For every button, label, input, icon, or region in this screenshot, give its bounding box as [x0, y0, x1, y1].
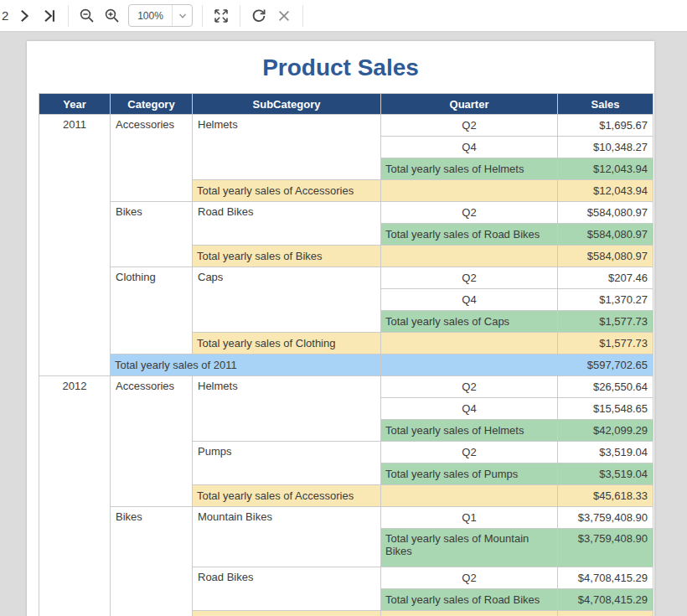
sales-cell: $4,708,415.29: [558, 567, 653, 589]
category-cell: Accessories: [111, 115, 193, 202]
quarter-cell: Q2: [381, 567, 558, 589]
year-total-label-cell: Total yearly sales of 2011: [111, 355, 381, 376]
subcategory-cell: Helmets: [193, 115, 381, 180]
sales-cell: $12,043.94: [558, 180, 653, 202]
fit-to-page-icon: [213, 8, 230, 24]
next-page-icon: [17, 8, 32, 23]
product-sales-table: Year Category SubCategory Quarter Sales …: [39, 93, 653, 616]
category-cell: Bikes: [111, 507, 193, 616]
toolbar-separator: [240, 5, 240, 27]
subtotal-label-cell: Total yearly sales of Pumps: [381, 463, 558, 485]
col-header-quarter: Quarter: [381, 94, 558, 115]
quarter-cell: Q2: [381, 202, 558, 224]
table-row: Bikes Mountain Bikes Q1 $3,759,408.90: [39, 507, 653, 529]
category-cell: Accessories: [111, 376, 193, 507]
subcategory-cell: Helmets: [193, 376, 381, 442]
col-header-subcategory: SubCategory: [193, 94, 381, 115]
quarter-cell: Q2: [381, 115, 558, 137]
toolbar-separator: [302, 5, 303, 27]
subcategory-cell: Caps: [193, 267, 381, 333]
sales-cell: $1,370.27: [558, 289, 653, 311]
zoom-out-button[interactable]: [75, 3, 100, 28]
table-row: 2011 Accessories Helmets Q2 $1,695.67: [39, 115, 653, 137]
sales-cell: $597,702.65: [558, 355, 653, 376]
zoom-level-select[interactable]: 100%: [128, 4, 193, 27]
page-number-input[interactable]: 2: [2, 8, 12, 23]
sales-cell: [558, 611, 653, 616]
quarter-cell: Q4: [381, 289, 558, 311]
category-cell: Clothing: [111, 267, 193, 355]
table-header-row: Year Category SubCategory Quarter Sales: [39, 94, 653, 115]
sales-cell: $3,519.04: [558, 442, 653, 463]
year-cell: 2011: [39, 115, 111, 376]
report-viewer-toolbar: 2 100%: [0, 0, 687, 32]
sales-cell: $1,577.73: [558, 311, 653, 333]
sales-cell: $3,519.04: [558, 463, 653, 485]
sales-cell: $12,043.94: [558, 158, 653, 180]
quarter-cell: [381, 246, 558, 267]
zoom-in-button[interactable]: [100, 3, 125, 28]
quarter-cell: [381, 485, 558, 507]
sales-cell: $42,099.29: [558, 420, 653, 442]
sales-cell: $584,080.97: [558, 202, 653, 224]
next-page-button[interactable]: [12, 3, 37, 28]
subtotal-label-cell: Total yearly sales of Accessories: [193, 485, 381, 507]
sales-cell: $1,695.67: [558, 115, 653, 137]
quarter-cell: Q2: [381, 442, 558, 463]
subtotal-label-cell: Total yearly sales of Bikes: [193, 246, 381, 267]
quarter-cell: [381, 355, 558, 376]
year-cell: 2012: [39, 376, 111, 616]
quarter-cell: Q2: [381, 267, 558, 289]
quarter-cell: [381, 333, 558, 355]
subtotal-label-cell: Total yearly sales of Accessories: [193, 180, 381, 202]
zoom-select-arrow[interactable]: [172, 5, 192, 26]
subtotal-label-cell: Total yearly sales of Caps: [381, 311, 558, 333]
toolbar-separator: [68, 5, 69, 27]
zoom-out-icon: [79, 8, 96, 24]
col-header-year: Year: [39, 94, 111, 115]
toolbar-separator: [202, 5, 203, 27]
subcategory-cell: Road Bikes: [193, 202, 381, 246]
sales-cell: $1,577.73: [558, 333, 653, 355]
col-header-sales: Sales: [558, 94, 653, 115]
subtotal-label-cell: Total yearly sales of Road Bikes: [381, 224, 558, 246]
subcategory-cell: Pumps: [193, 442, 381, 485]
quarter-cell: Q1: [381, 507, 558, 529]
year-total-row: Total yearly sales of 2011 $597,702.65: [39, 355, 653, 376]
report-page: Product Sales Year Category SubCategory …: [27, 41, 654, 616]
quarter-cell: Q4: [381, 398, 558, 420]
refresh-button[interactable]: [246, 3, 271, 28]
subtotal-label-cell: Total yearly sales of Clothing: [193, 333, 381, 355]
chevron-down-icon: [177, 10, 189, 22]
sales-cell: $3,759,408.90: [558, 529, 653, 567]
sales-cell: $584,080.97: [558, 246, 653, 267]
subcategory-cell: Road Bikes: [193, 567, 381, 611]
refresh-icon: [251, 8, 267, 24]
sales-cell: $3,759,408.90: [558, 507, 653, 529]
sales-cell: $15,548.65: [558, 398, 653, 420]
zoom-level-value: 100%: [129, 10, 172, 22]
fit-to-page-button[interactable]: [209, 3, 234, 28]
subtotal-label-cell: Total yearly sales of Helmets: [381, 158, 558, 180]
subcategory-cell: Mountain Bikes: [193, 507, 381, 567]
subtotal-label-cell: [193, 611, 381, 616]
sales-cell: $10,348.27: [558, 137, 653, 158]
sales-cell: $207.46: [558, 267, 653, 289]
quarter-cell: Q2: [381, 376, 558, 398]
sales-cell: $45,618.33: [558, 485, 653, 507]
quarter-cell: Q4: [381, 137, 558, 158]
table-row: Clothing Caps Q2 $207.46: [39, 267, 653, 289]
last-page-button[interactable]: [37, 3, 62, 28]
close-icon: [276, 8, 292, 23]
report-canvas: Product Sales Year Category SubCategory …: [0, 32, 687, 616]
zoom-in-icon: [104, 8, 121, 24]
col-header-category: Category: [111, 94, 193, 115]
sales-cell: $4,708,415.29: [558, 589, 653, 611]
category-cell: Bikes: [111, 202, 193, 267]
table-row: Bikes Road Bikes Q2 $584,080.97: [39, 202, 653, 224]
subtotal-label-cell: Total yearly sales of Road Bikes: [381, 589, 558, 611]
quarter-cell: [381, 180, 558, 202]
table-row: 2012 Accessories Helmets Q2 $26,550.64: [39, 376, 653, 398]
quarter-cell: [381, 611, 558, 616]
close-button[interactable]: [271, 3, 297, 28]
